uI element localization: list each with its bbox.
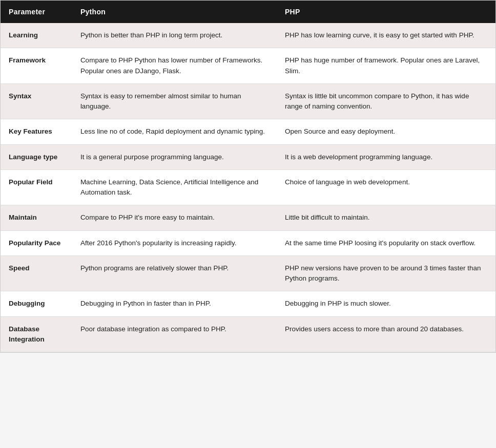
cell-php: PHP new versions have proven to be aroun…	[277, 255, 495, 291]
header-python: Python	[72, 1, 277, 23]
table-row: LearningPython is better than PHP in lon…	[1, 23, 495, 48]
cell-python: It is a general purpose programming lang…	[72, 144, 277, 169]
cell-php: Syntax is little bit uncommon compare to…	[277, 83, 495, 119]
cell-python: After 2016 Python's popularity is increa…	[72, 230, 277, 255]
cell-python: Less line no of code, Rapid deployment a…	[72, 119, 277, 144]
cell-parameter: Debugging	[1, 291, 72, 316]
cell-php: PHP has low learning curve, it is easy t…	[277, 23, 495, 48]
cell-python: Syntax is easy to remember almost simila…	[72, 83, 277, 119]
cell-parameter: Key Features	[1, 119, 72, 144]
table-row: MaintainCompare to PHP it's more easy to…	[1, 205, 495, 230]
cell-python: Compare to PHP Python has lower number o…	[72, 48, 277, 84]
table-header-row: Parameter Python PHP	[1, 1, 495, 23]
comparison-table: Parameter Python PHP LearningPython is b…	[1, 1, 495, 352]
table-row: SyntaxSyntax is easy to remember almost …	[1, 83, 495, 119]
table-row: DebuggingDebugging in Python in faster t…	[1, 291, 495, 316]
cell-python: Debugging in Python in faster than in PH…	[72, 291, 277, 316]
header-parameter: Parameter	[1, 1, 72, 23]
cell-parameter: Database Integration	[1, 316, 72, 352]
cell-python: Python programs are relatively slower th…	[72, 255, 277, 291]
cell-parameter: Framework	[1, 48, 72, 84]
cell-php: Choice of language in web development.	[277, 169, 495, 205]
cell-python: Machine Learning, Data Science, Artifici…	[72, 169, 277, 205]
cell-python: Python is better than PHP in long term p…	[72, 23, 277, 48]
cell-parameter: Popular Field	[1, 169, 72, 205]
cell-php: Open Source and easy deployment.	[277, 119, 495, 144]
cell-php: It is a web development programming lang…	[277, 144, 495, 169]
cell-python: Poor database integration as compared to…	[72, 316, 277, 352]
table-row: Popular FieldMachine Learning, Data Scie…	[1, 169, 495, 205]
cell-php: Little bit difficult to maintain.	[277, 205, 495, 230]
cell-php: Debugging in PHP is much slower.	[277, 291, 495, 316]
table-row: FrameworkCompare to PHP Python has lower…	[1, 48, 495, 84]
cell-parameter: Language type	[1, 144, 72, 169]
header-php: PHP	[277, 1, 495, 23]
cell-php: At the same time PHP loosing it's popula…	[277, 230, 495, 255]
comparison-table-wrapper: Parameter Python PHP LearningPython is b…	[0, 0, 496, 353]
table-row: Database IntegrationPoor database integr…	[1, 316, 495, 352]
table-row: SpeedPython programs are relatively slow…	[1, 255, 495, 291]
cell-parameter: Maintain	[1, 205, 72, 230]
cell-php: PHP has huge number of framework. Popula…	[277, 48, 495, 84]
cell-parameter: Syntax	[1, 83, 72, 119]
cell-python: Compare to PHP it's more easy to maintai…	[72, 205, 277, 230]
cell-parameter: Speed	[1, 255, 72, 291]
table-row: Popularity PaceAfter 2016 Python's popul…	[1, 230, 495, 255]
table-body: LearningPython is better than PHP in lon…	[1, 23, 495, 352]
table-row: Language typeIt is a general purpose pro…	[1, 144, 495, 169]
cell-parameter: Learning	[1, 23, 72, 48]
table-row: Key FeaturesLess line no of code, Rapid …	[1, 119, 495, 144]
cell-php: Provides users access to more than aroun…	[277, 316, 495, 352]
cell-parameter: Popularity Pace	[1, 230, 72, 255]
